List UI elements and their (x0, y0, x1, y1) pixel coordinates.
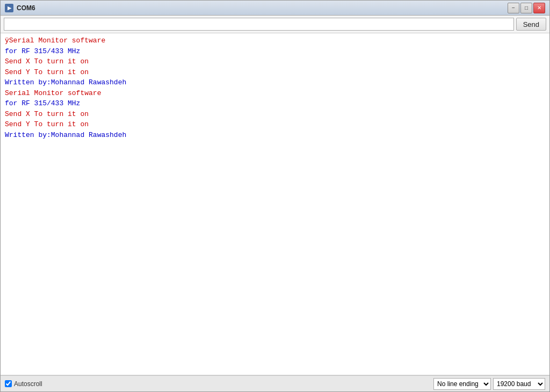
output-line: Send Y To turn it on (5, 68, 89, 76)
line-ending-select[interactable]: No line endingNewlineCarriage returnBoth… (433, 378, 491, 390)
send-button[interactable]: Send (516, 18, 546, 31)
baud-rate-select[interactable]: 300 baud1200 baud2400 baud4800 baud9600 … (493, 378, 545, 390)
main-window: ▶ COM6 − □ ✕ Send ÿSerial Monitor softwa… (0, 0, 550, 392)
output-line: Send X To turn it on (5, 110, 89, 118)
autoscroll-area: Autoscroll (5, 380, 42, 388)
title-text: ▶ COM6 (5, 4, 35, 12)
output-line: Send X To turn it on (5, 57, 89, 66)
autoscroll-checkbox[interactable] (5, 380, 12, 387)
output-line: Serial Monitor software (5, 89, 101, 97)
autoscroll-label[interactable]: Autoscroll (14, 380, 42, 388)
output-line: Written by:Mohannad Rawashdeh (5, 131, 126, 139)
serial-output: ÿSerial Monitor software for RF 315/433 … (5, 35, 545, 140)
output-line: Written by:Mohannad Rawashdeh (5, 78, 126, 86)
output-line: ÿSerial Monitor software (5, 37, 105, 45)
toolbar: Send (1, 16, 549, 33)
output-line: for RF 315/433 MHz (5, 99, 80, 107)
output-line: Send Y To turn it on (5, 120, 89, 128)
serial-output-area[interactable]: ÿSerial Monitor software for RF 315/433 … (1, 33, 549, 375)
serial-input[interactable] (4, 18, 514, 31)
maximize-button[interactable]: □ (520, 3, 532, 13)
window-controls: − □ ✕ (508, 3, 545, 13)
title-bar: ▶ COM6 − □ ✕ (1, 1, 549, 16)
close-button[interactable]: ✕ (533, 3, 545, 13)
app-icon: ▶ (5, 4, 13, 12)
dropdowns-area: No line endingNewlineCarriage returnBoth… (433, 378, 545, 390)
window-title: COM6 (17, 4, 35, 12)
minimize-button[interactable]: − (508, 3, 519, 13)
status-bar: Autoscroll No line endingNewlineCarriage… (1, 375, 549, 391)
output-line: for RF 315/433 MHz (5, 47, 80, 55)
